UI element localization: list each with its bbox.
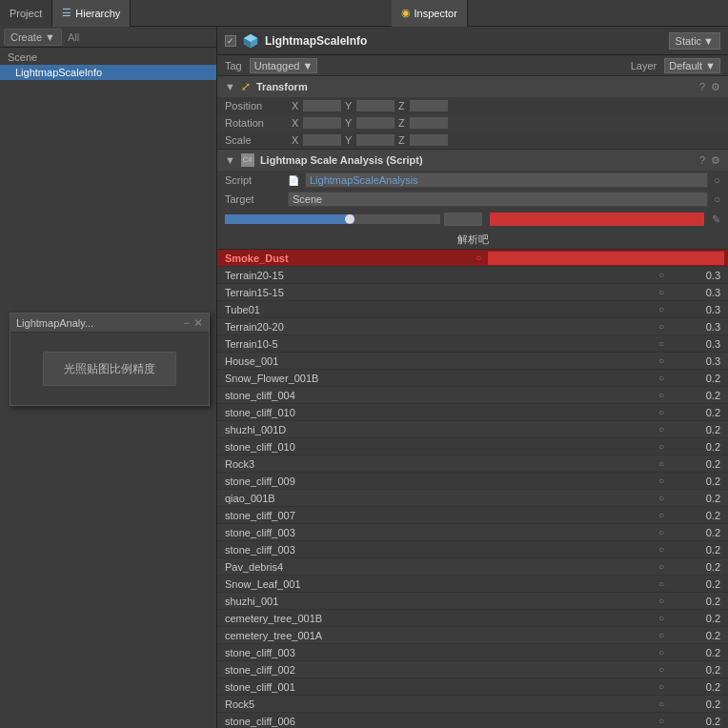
tab-inspector[interactable]: ◉ Inspector [392,0,468,27]
edit-icon[interactable]: ✎ [712,213,720,226]
tag-dropdown[interactable]: Untagged ▼ [250,58,318,73]
rotation-x-input[interactable]: 0 [303,117,341,129]
row-circle-icon[interactable]: ○ [652,373,671,383]
table-row[interactable]: qiao_001B○0.2 [217,490,728,507]
table-row[interactable]: stone_cliff_004○0.2 [217,387,728,404]
table-row[interactable]: Terrain20-15○0.3 [217,267,728,284]
dropdown-arrow-icon: ▼ [703,35,714,47]
script-component-icon: C# [241,153,254,167]
table-row[interactable]: stone_cliff_003○0.2 [217,541,728,558]
script-value[interactable]: LightmapScaleAnalysis [305,172,708,188]
scale-x-input[interactable]: 1 [303,134,341,146]
script-pick-icon[interactable]: ○ [714,174,720,186]
row-circle-icon[interactable]: ○ [652,304,671,314]
hierarchy-tab-label: Hierarchy [75,8,120,19]
active-checkbox[interactable] [225,35,236,47]
row-circle-icon[interactable]: ○ [652,270,671,280]
static-button[interactable]: Static ▼ [669,32,720,50]
row-circle-icon[interactable]: ○ [652,664,671,675]
table-row[interactable]: Terrain20-20○0.3 [217,318,728,335]
row-circle-icon[interactable]: ○ [652,287,671,297]
slider-track[interactable] [225,214,440,224]
row-circle-icon[interactable]: ○ [652,681,671,692]
table-row[interactable]: Tube01○0.3 [217,301,728,318]
table-row[interactable]: Smoke_Dust○ [217,250,728,267]
minimize-icon[interactable]: − [183,316,190,330]
tab-project[interactable]: Project [0,0,52,27]
tree-item-lightmap[interactable]: LightmapScaleInfo [0,65,216,80]
script-component-header[interactable]: ▼ C# Lightmap Scale Analysis (Script) ? … [217,150,728,171]
script-settings-icon[interactable]: ⚙ [711,154,720,167]
row-circle-icon[interactable]: ○ [652,596,671,606]
row-circle-icon[interactable]: ○ [652,527,671,537]
target-pick-icon[interactable]: ○ [714,193,720,205]
script-help-icon[interactable]: ? [699,154,705,166]
position-x-input[interactable]: 0 [303,100,341,111]
table-row[interactable]: Rock5○0.2 [217,696,728,713]
table-row[interactable]: stone_cliff_010○0.2 [217,438,728,455]
table-row[interactable]: cemetery_tree_001B○0.2 [217,610,728,627]
position-z-input[interactable]: 0 [410,100,448,111]
slider-thumb[interactable] [345,214,354,224]
table-row[interactable]: cemetery_tree_001A○0.2 [217,627,728,644]
row-name: Rock5 [217,698,652,710]
row-circle-icon[interactable]: ○ [652,510,671,520]
rotation-z-input[interactable]: 0 [410,117,448,129]
row-circle-icon[interactable]: ○ [652,613,671,623]
row-circle-icon[interactable]: ○ [652,544,671,555]
tab-hierarchy[interactable]: ☰ Hierarchy [52,0,131,27]
all-filter[interactable]: All [68,31,79,43]
table-row[interactable]: stone_cliff_010○0.2 [217,404,728,421]
row-value: 0.2 [671,424,728,435]
table-row[interactable]: stone_cliff_007○0.2 [217,507,728,524]
row-circle-icon[interactable]: ○ [652,355,671,366]
target-value[interactable]: Scene [288,192,708,207]
table-row[interactable]: stone_cliff_002○0.2 [217,661,728,678]
row-circle-icon[interactable]: ○ [652,338,671,349]
transform-help-icon[interactable]: ? [699,81,705,92]
table-row[interactable]: Pav_debris4○0.2 [217,558,728,576]
layer-dropdown[interactable]: Default ▼ [664,58,720,73]
table-row[interactable]: stone_cliff_003○0.2 [217,524,728,541]
rotation-y-field: Y 0 [345,117,394,129]
table-row[interactable]: Terrain15-15○0.3 [217,284,728,301]
row-circle-icon[interactable]: ○ [652,390,671,400]
table-row[interactable]: Snow_Flower_001B○0.2 [217,370,728,387]
close-icon[interactable]: ✕ [193,316,203,330]
row-circle-icon[interactable]: ○ [652,407,671,417]
row-circle-icon[interactable]: ○ [652,630,671,640]
transform-settings-icon[interactable]: ⚙ [711,81,720,93]
scale-y-input[interactable]: 1 [356,134,394,146]
scale-z-input[interactable]: 1 [410,134,448,146]
row-name: Rock3 [217,458,652,470]
row-circle-icon[interactable]: ○ [652,716,671,726]
table-row[interactable]: stone_cliff_009○0.2 [217,473,728,490]
row-circle-icon[interactable]: ○ [652,424,671,435]
table-row[interactable]: shuzhi_001D○0.2 [217,421,728,438]
row-circle-icon[interactable]: ○ [652,493,671,503]
create-button[interactable]: Create ▼ [4,29,62,46]
row-circle-icon[interactable]: ○ [469,253,488,263]
transform-header[interactable]: ▼ ⤢ Transform ? ⚙ [217,76,728,97]
row-circle-icon[interactable]: ○ [652,441,671,452]
rotation-y-input[interactable]: 0 [356,117,394,129]
row-circle-icon[interactable]: ○ [652,647,671,657]
slider-value-input[interactable]: 0.8 [444,212,482,226]
table-row[interactable]: stone_cliff_006○0.2 [217,713,728,728]
row-circle-icon[interactable]: ○ [652,561,671,572]
row-name: stone_cliff_001 [217,681,652,693]
row-circle-icon[interactable]: ○ [652,698,671,709]
position-y-input[interactable]: 0 [356,100,394,111]
table-row[interactable]: stone_cliff_003○0.2 [217,644,728,661]
row-circle-icon[interactable]: ○ [652,321,671,332]
row-circle-icon[interactable]: ○ [652,458,671,469]
table-row[interactable]: Snow_Leaf_001○0.2 [217,576,728,593]
table-row[interactable]: shuzhi_001○0.2 [217,593,728,610]
lightmap-precision-button[interactable]: 光照贴图比例精度 [43,352,176,386]
row-circle-icon[interactable]: ○ [652,578,671,589]
row-circle-icon[interactable]: ○ [652,475,671,486]
table-row[interactable]: stone_cliff_001○0.2 [217,678,728,696]
table-row[interactable]: House_001○0.3 [217,353,728,370]
table-row[interactable]: Rock3○0.2 [217,455,728,473]
table-row[interactable]: Terrain10-5○0.3 [217,335,728,353]
